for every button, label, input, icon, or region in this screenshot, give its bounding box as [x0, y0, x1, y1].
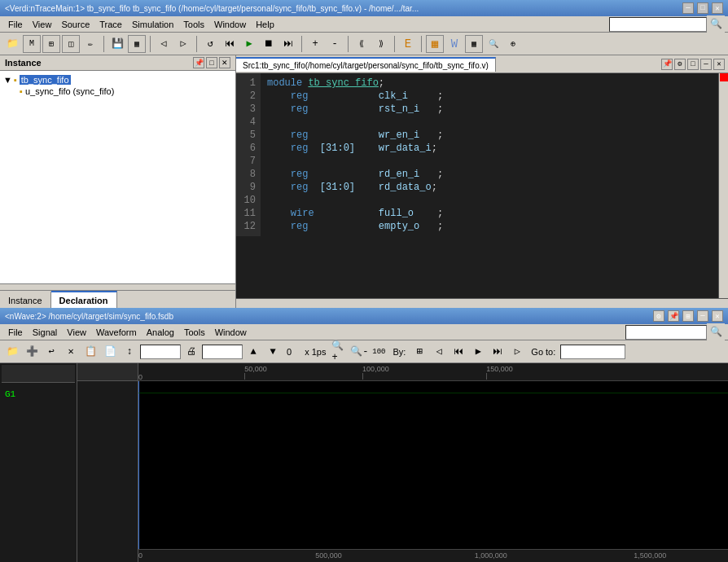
wave-move-button[interactable]: ↕ — [121, 343, 138, 361]
code-file-tab[interactable]: Src1:tb_sync_fifo(/home/cyl/target/perso… — [236, 57, 496, 72]
tree-label-1[interactable]: u_sync_fifo (sync_fifo) — [25, 86, 114, 96]
wave-signals-area[interactable] — [138, 381, 728, 549]
wave-paste-button[interactable]: 📄 — [101, 343, 119, 361]
stop-button[interactable]: ⏹ — [260, 35, 278, 53]
signal-label: G1 — [5, 389, 15, 399]
tb6-button[interactable]: ⟪ — [353, 35, 371, 53]
reload-button[interactable]: ↺ — [201, 35, 219, 53]
tb5-button[interactable]: ▦ — [128, 35, 146, 53]
back-button[interactable]: ◁ — [155, 35, 173, 53]
wave-menu-file[interactable]: File — [3, 326, 28, 339]
wave-print-button[interactable]: 🖨 — [182, 343, 200, 361]
tb8-button[interactable]: E — [399, 35, 417, 53]
tb9-button[interactable]: ▦ — [426, 35, 444, 53]
tb7-button[interactable]: ⟫ — [372, 35, 390, 53]
code-pin-button[interactable]: 📌 — [661, 59, 673, 70]
wave-tile-button[interactable]: ⊞ — [682, 310, 694, 322]
forward-button[interactable]: ▷ — [174, 35, 192, 53]
code-close-button[interactable]: ✕ — [713, 59, 725, 70]
instance-tree[interactable]: ▼ ▪ tb_sync_fifo ▪ u_sync_fifo (sync_fif… — [0, 71, 235, 283]
wave-next-button[interactable]: ⏭ — [489, 343, 507, 361]
wave-minimize-button[interactable]: ─ — [697, 310, 708, 322]
tb12-button[interactable]: 🔍 — [485, 35, 502, 53]
play-button[interactable]: ▶ — [240, 35, 258, 53]
menu-window[interactable]: Window — [209, 18, 251, 31]
code-body: 1234 5678 9101112 module tb_sync_fifo; r… — [236, 73, 728, 298]
menu-help[interactable]: Help — [251, 18, 279, 31]
panel-pin-button[interactable]: 📌 — [193, 57, 204, 68]
wave-menu-view[interactable]: View — [62, 326, 91, 339]
panel-float-button[interactable]: □ — [206, 57, 217, 68]
separator-1 — [103, 36, 104, 52]
v-scrollbar[interactable] — [718, 73, 728, 298]
close-button[interactable]: ✕ — [712, 2, 723, 14]
tb11-button[interactable]: ▦ — [465, 35, 483, 53]
wave-delete-button[interactable]: ✕ — [62, 343, 80, 361]
wave-menu-signal[interactable]: Signal — [28, 326, 63, 339]
menu-simulation[interactable]: Simulation — [127, 18, 178, 31]
wave-prev-button[interactable]: ⏮ — [450, 343, 467, 361]
tb4-button[interactable]: ✏️ — [81, 35, 99, 53]
wave-left-button[interactable]: ◁ — [430, 343, 448, 361]
tab-declaration[interactable]: Declaration — [51, 291, 117, 308]
tb3-button[interactable]: ◫ — [62, 35, 80, 53]
menu-view[interactable]: View — [28, 18, 57, 31]
wave-down-button[interactable]: ▼ — [264, 343, 282, 361]
wave-input-2[interactable]: 0 — [202, 345, 243, 359]
code-minimize-button[interactable]: ─ — [700, 59, 712, 70]
tb13-button[interactable]: ⊕ — [504, 35, 522, 53]
code-config-button[interactable]: ⚙ — [674, 59, 686, 70]
panel-close-button[interactable]: ✕ — [219, 57, 230, 68]
maximize-button[interactable]: □ — [697, 2, 708, 14]
wave-goto-input[interactable] — [560, 345, 625, 359]
tab-instance[interactable]: Instance — [0, 291, 51, 308]
wave-menu-window[interactable]: Window — [210, 326, 252, 339]
wave-zoom-in-button[interactable]: 🔍+ — [331, 343, 349, 361]
open-button[interactable]: 📁 — [3, 35, 21, 53]
tb10-button[interactable]: W — [445, 35, 463, 53]
search-button[interactable]: 🔍 — [707, 15, 725, 33]
step-button[interactable]: ⏭ — [279, 35, 297, 53]
tree-label-0[interactable]: tb_sync_fifo — [20, 75, 71, 85]
top-search-input[interactable] — [609, 17, 707, 32]
wave-menu-tools[interactable]: Tools — [179, 326, 210, 339]
play-back-button[interactable]: ⏮ — [221, 35, 239, 53]
tb2-button[interactable]: ⊞ — [42, 35, 60, 53]
menu-tools[interactable]: Tools — [178, 18, 209, 31]
wave-pin-button[interactable]: 📌 — [668, 310, 679, 322]
wave-play-button[interactable]: ▶ — [469, 343, 487, 361]
wave-undo-button[interactable]: ↩ — [42, 343, 60, 361]
menu-file[interactable]: File — [3, 18, 28, 31]
wave-up-button[interactable]: ▲ — [244, 343, 262, 361]
code-h-scrollbar[interactable] — [236, 298, 728, 308]
save-button[interactable]: 💾 — [108, 35, 126, 53]
wave-menu-waveform[interactable]: Waveform — [91, 326, 142, 339]
h-scrollbar[interactable] — [0, 283, 235, 290]
zoom-out-button[interactable]: - — [326, 35, 344, 53]
tree-item-0[interactable]: ▼ ▪ tb_sync_fifo — [3, 74, 232, 86]
module-button[interactable]: M — [23, 35, 41, 53]
wave-add-signal-button[interactable]: ➕ — [23, 343, 41, 361]
wave-input-1[interactable]: 0 — [140, 345, 181, 359]
wave-by-btn[interactable]: ⊞ — [410, 343, 428, 361]
panel-controls: 📌 □ ✕ — [193, 57, 230, 68]
wave-menu-analog[interactable]: Analog — [142, 326, 179, 339]
left-panel-tabs: Instance Declaration — [0, 290, 235, 308]
menu-trace[interactable]: Trace — [94, 18, 127, 31]
wave-search-input[interactable] — [625, 325, 707, 340]
signal-item-G1[interactable]: G1 — [2, 383, 75, 406]
code-float-button[interactable]: □ — [687, 59, 699, 70]
menu-source[interactable]: Source — [56, 18, 94, 31]
minimize-button[interactable]: ─ — [682, 2, 694, 14]
wave-open-button[interactable]: 📁 — [3, 343, 21, 361]
code-editor[interactable]: 1234 5678 9101112 module tb_sync_fifo; r… — [236, 73, 718, 298]
tree-item-1[interactable]: ▪ u_sync_fifo (sync_fifo) — [3, 86, 232, 97]
zoom-in-button[interactable]: + — [306, 35, 324, 53]
wave-right-button[interactable]: ▷ — [508, 343, 526, 361]
wave-close-button[interactable]: ✕ — [712, 310, 723, 322]
wave-search-button[interactable]: 🔍 — [707, 323, 725, 341]
wave-zoom-fit-button[interactable]: 100 — [370, 343, 388, 361]
wave-zoom-out-button[interactable]: 🔍- — [350, 343, 368, 361]
wave-copy-button[interactable]: 📋 — [81, 343, 99, 361]
wave-config-button[interactable]: ⚙ — [653, 310, 664, 322]
